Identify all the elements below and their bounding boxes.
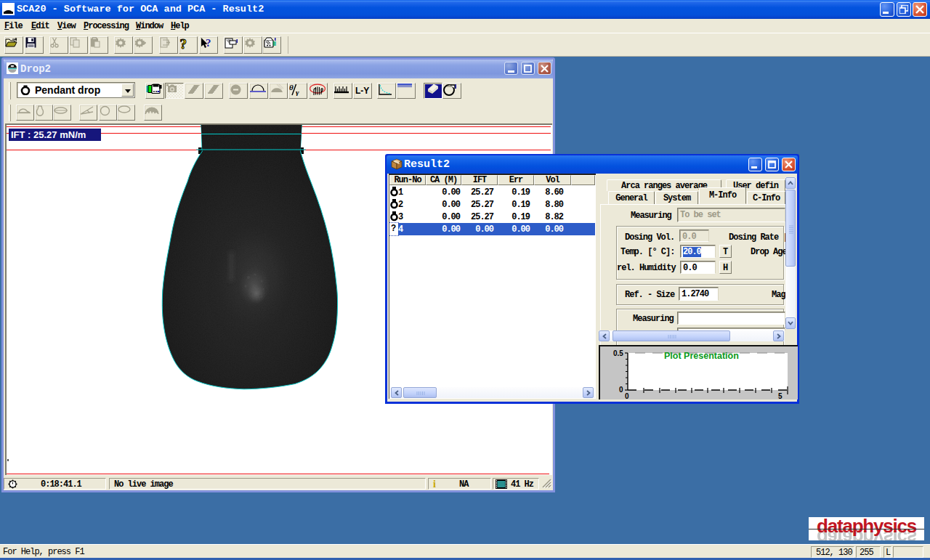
svg-text:?: ?	[180, 37, 187, 51]
svg-text:Plot Presentation: Plot Presentation	[664, 351, 739, 361]
svg-text:0: 0	[619, 386, 623, 394]
svg-text:?: ?	[206, 37, 211, 49]
svg-text:0.5: 0.5	[613, 349, 623, 357]
svg-text:0: 0	[625, 392, 629, 400]
svg-text:θ: θ	[289, 84, 294, 92]
svg-text:γ: γ	[296, 88, 299, 96]
svg-text:5: 5	[778, 392, 783, 400]
